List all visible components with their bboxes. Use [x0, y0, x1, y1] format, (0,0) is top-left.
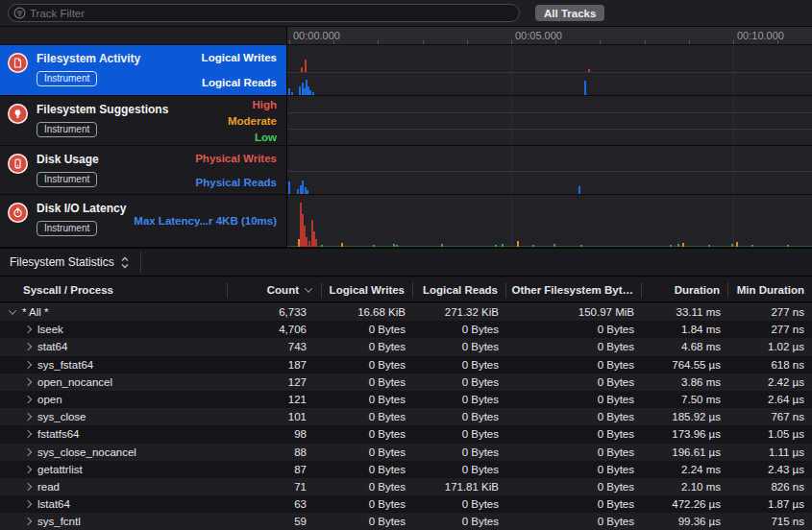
disclosure-chevron[interactable] [24, 413, 32, 421]
table-cell: 0 Bytes [413, 376, 506, 388]
table-cell: 59 [228, 516, 322, 527]
lane-labels: Max Latency...r 4KB (10ms) [134, 195, 277, 247]
latency-baseline [287, 246, 812, 247]
syscall-name: read [37, 481, 60, 493]
table-cell: 0 Bytes [506, 359, 642, 371]
filter-icon [13, 7, 26, 19]
table-row[interactable]: * All *6,73316.68 KiB271.32 KiB150.97 Mi… [0, 303, 812, 321]
lane-label: Physical Reads [196, 177, 277, 188]
column-header-other-filesystem-byt-[interactable]: Other Filesystem Byt… [506, 282, 642, 298]
table-cell: 277 ns [728, 306, 812, 318]
instruments-window: All Tracks 00:00.00000:05.00000:10.000 F… [0, 0, 812, 530]
track-filter-input[interactable] [26, 8, 519, 19]
disclosure-chevron[interactable] [24, 518, 32, 525]
table-row[interactable]: open1210 Bytes0 Bytes0 Bytes7.50 ms2.64 … [0, 391, 812, 408]
table-row[interactable]: getattrlist870 Bytes0 Bytes0 Bytes2.24 m… [0, 461, 812, 478]
lane-label: Max Latency...r 4KB (10ms) [134, 215, 277, 227]
stats-title[interactable]: Filesystem Statistics [10, 255, 114, 269]
track-header[interactable]: Filesystem ActivityInstrumentLogical Wri… [0, 45, 286, 96]
disclosure-chevron[interactable] [24, 430, 32, 438]
track-header[interactable]: Disk I/O LatencyInstrumentMax Latency...… [0, 195, 286, 248]
column-header-min-duration[interactable]: Min Duration [728, 282, 812, 298]
disclosure-chevron[interactable] [24, 500, 32, 508]
table-cell: 173.96 µs [642, 428, 728, 440]
disclosure-chevron[interactable] [24, 447, 32, 455]
track-chart[interactable] [286, 96, 812, 146]
disclosure-chevron[interactable] [24, 483, 32, 491]
time-ruler[interactable]: 00:00.00000:05.00000:10.000 [286, 27, 812, 45]
table-row[interactable]: sys_close_nocancel880 Bytes0 Bytes0 Byte… [0, 444, 812, 461]
column-header-label: Syscall / Process [23, 284, 113, 296]
disclosure-chevron[interactable] [24, 378, 32, 386]
table-cell: 1.84 ms [642, 324, 728, 335]
chart-bar [441, 244, 443, 247]
table-row[interactable]: open_nocancel1270 Bytes0 Bytes0 Bytes3.8… [0, 373, 812, 391]
table-cell: 0 Bytes [322, 516, 413, 527]
disclosure-chevron[interactable] [24, 466, 32, 473]
disclosure-chevron[interactable] [24, 360, 32, 368]
column-header-logical-reads[interactable]: Logical Reads [413, 282, 506, 298]
table-cell: 764.55 µs [642, 359, 728, 371]
stats-table: * All *6,73316.68 KiB271.32 KiB150.97 Mi… [0, 303, 812, 530]
table-cell: 826 ns [728, 481, 812, 493]
track-chart[interactable] [286, 45, 812, 96]
table-row[interactable]: read710 Bytes171.81 KiB0 Bytes2.10 ms826… [0, 478, 812, 495]
disk-icon [8, 154, 28, 174]
table-cell: 743 [228, 341, 322, 352]
table-cell: * All * [0, 306, 228, 318]
track-filter-field[interactable] [8, 4, 520, 22]
logical-reads-lane [287, 72, 812, 95]
track-row-disk-i-o-latency: Disk I/O LatencyInstrumentMax Latency...… [0, 195, 812, 248]
disclosure-chevron[interactable] [24, 343, 32, 350]
instrument-badge: Instrument [37, 221, 97, 236]
io-latency-lane [287, 195, 812, 247]
chart-bar [291, 92, 293, 95]
disclosure-chevron[interactable] [9, 306, 16, 314]
table-row[interactable]: sys_close1010 Bytes0 Bytes0 Bytes185.92 … [0, 408, 812, 425]
syscall-name: open_nocancel [37, 376, 112, 388]
table-row[interactable]: sys_fstat641870 Bytes0 Bytes0 Bytes764.5… [0, 356, 812, 373]
lane-labels: Logical WritesLogical Reads [202, 45, 277, 95]
track-name: Disk Usage [37, 153, 99, 166]
ruler-spacer [0, 27, 286, 45]
table-cell: 0 Bytes [413, 411, 506, 422]
table-cell: 0 Bytes [413, 341, 506, 352]
track-header[interactable]: Filesystem SuggestionsInstrumentHighMode… [0, 96, 286, 146]
table-cell: 2.10 ms [642, 481, 728, 493]
track-name: Disk I/O Latency [37, 202, 126, 215]
column-header-logical-writes[interactable]: Logical Writes [322, 282, 413, 298]
syscall-name: lstat64 [37, 498, 70, 510]
chart-bar [321, 245, 323, 247]
track-chart[interactable] [286, 195, 812, 248]
table-cell: 618 ns [728, 359, 812, 371]
table-cell: 2.42 µs [728, 376, 812, 388]
disclosure-chevron[interactable] [24, 325, 32, 333]
table-cell: getattrlist [0, 464, 228, 475]
table-cell: 0 Bytes [322, 394, 413, 405]
track-chart[interactable] [286, 146, 812, 195]
timeline-ruler-row: 00:00.00000:05.00000:10.000 [0, 27, 812, 45]
track-header[interactable]: Disk UsageInstrumentPhysical WritesPhysi… [0, 146, 286, 195]
table-cell: open [0, 394, 228, 405]
syscall-name: sys_close [37, 411, 86, 422]
table-cell: 88 [228, 446, 322, 458]
popup-chevrons-icon[interactable] [121, 256, 129, 269]
table-row[interactable]: sys_fcntl590 Bytes0 Bytes0 Bytes99.36 µs… [0, 513, 812, 530]
column-header-syscall-process[interactable]: Syscall / Process [0, 282, 228, 298]
chart-bar [787, 245, 789, 247]
all-tracks-button[interactable]: All Tracks [535, 5, 604, 21]
column-header-count[interactable]: Count [228, 282, 322, 298]
table-cell: 87 [228, 464, 322, 475]
table-row[interactable]: lstat64630 Bytes0 Bytes0 Bytes472.26 µs1… [0, 495, 812, 513]
table-cell: 99.36 µs [642, 516, 728, 527]
chart-bar [308, 241, 310, 247]
instrument-badge: Instrument [37, 122, 97, 137]
table-row[interactable]: fstatfs64980 Bytes0 Bytes0 Bytes173.96 µ… [0, 425, 812, 443]
table-cell: 33.11 ms [642, 306, 728, 318]
chart-bar [532, 245, 534, 247]
disclosure-chevron[interactable] [24, 396, 32, 403]
table-cell: 0 Bytes [413, 498, 506, 510]
table-row[interactable]: stat647430 Bytes0 Bytes0 Bytes4.68 ms1.0… [0, 338, 812, 355]
table-row[interactable]: lseek4,7060 Bytes0 Bytes0 Bytes1.84 ms27… [0, 321, 812, 338]
column-header-duration[interactable]: Duration [642, 282, 728, 298]
